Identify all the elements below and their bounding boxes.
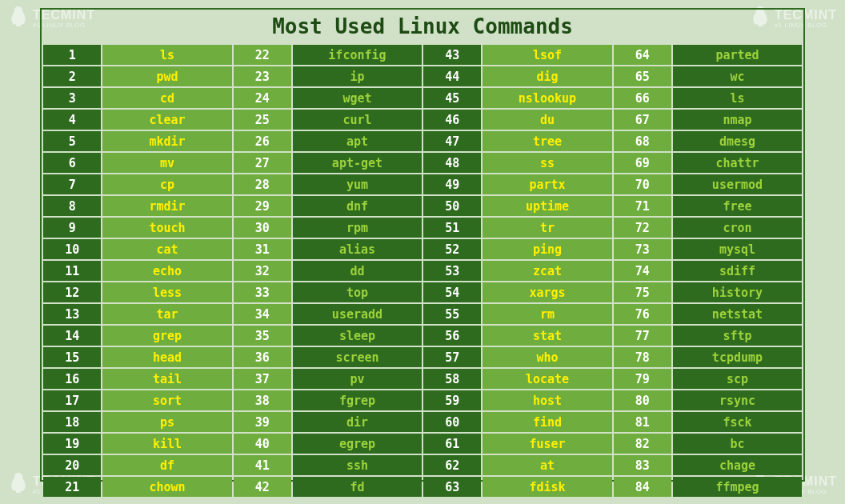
command-number: 5 (43, 131, 101, 151)
command-name: rmdir (102, 196, 231, 216)
command-number: 65 (614, 66, 671, 86)
command-name: useradd (293, 304, 422, 324)
command-number: 21 (43, 477, 101, 497)
command-name: cd (102, 88, 231, 108)
command-name: parted (673, 45, 802, 65)
command-name: top (293, 282, 422, 302)
command-name: mv (102, 153, 231, 173)
command-number: 57 (423, 347, 481, 367)
command-number: 43 (423, 45, 481, 65)
command-name: fd (293, 477, 422, 497)
command-name: chattr (673, 153, 802, 173)
command-name: dir (293, 412, 422, 432)
command-name: egrep (293, 434, 422, 454)
command-name: dmesg (673, 131, 802, 151)
command-name: df (102, 455, 231, 475)
command-number: 83 (614, 455, 671, 475)
command-number: 81 (614, 412, 671, 432)
command-name: cron (673, 218, 802, 238)
command-number: 53 (423, 261, 481, 281)
command-name: grep (102, 326, 231, 346)
command-number: 72 (614, 218, 671, 238)
command-name: alias (293, 239, 422, 259)
command-name: ffmpeg (673, 477, 802, 497)
command-name: ifconfig (293, 45, 422, 65)
command-name: uptime (483, 196, 611, 216)
command-number: 47 (423, 131, 481, 151)
command-name: at (483, 455, 611, 475)
command-number: 55 (423, 304, 481, 324)
command-name: cat (102, 239, 231, 259)
command-name: chage (673, 455, 802, 475)
command-name: ls (673, 88, 802, 108)
command-number: 3 (43, 88, 101, 108)
command-number: 73 (614, 239, 671, 259)
command-number: 37 (234, 369, 291, 389)
command-number: 35 (234, 326, 291, 346)
command-name: scp (673, 369, 802, 389)
command-number: 58 (423, 369, 481, 389)
command-name: dd (293, 261, 422, 281)
command-name: wc (673, 66, 802, 86)
command-name: mysql (673, 239, 802, 259)
command-name: chown (102, 477, 231, 497)
command-number: 20 (43, 455, 101, 475)
command-number: 63 (423, 477, 481, 497)
command-number: 41 (234, 455, 291, 475)
command-number: 11 (43, 261, 101, 281)
command-number: 74 (614, 261, 671, 281)
command-name: dig (483, 66, 611, 86)
command-number: 14 (43, 326, 101, 346)
command-number: 9 (43, 218, 101, 238)
command-number: 19 (43, 434, 101, 454)
command-name: fsck (673, 412, 802, 432)
command-number: 75 (614, 282, 671, 302)
command-number: 56 (423, 326, 481, 346)
commands-grid: 1ls22ifconfig43lsof64parted2pwd23ip44dig… (42, 45, 803, 498)
command-number: 22 (234, 45, 291, 65)
command-number: 71 (614, 196, 671, 216)
command-name: du (483, 110, 611, 130)
command-number: 76 (614, 304, 671, 324)
command-name: zcat (483, 261, 611, 281)
command-name: touch (102, 218, 231, 238)
command-number: 17 (43, 390, 101, 410)
command-number: 50 (423, 196, 481, 216)
command-number: 10 (43, 239, 101, 259)
command-name: apt-get (293, 153, 422, 173)
command-number: 51 (423, 218, 481, 238)
penguin-icon (8, 5, 29, 33)
command-number: 62 (423, 455, 481, 475)
command-name: rsync (673, 390, 802, 410)
command-number: 49 (423, 174, 481, 194)
command-number: 24 (234, 88, 291, 108)
command-number: 66 (614, 88, 671, 108)
command-name: history (673, 282, 802, 302)
command-number: 27 (234, 153, 291, 173)
command-number: 42 (234, 477, 291, 497)
command-name: who (483, 347, 611, 367)
command-number: 28 (234, 174, 291, 194)
command-number: 46 (423, 110, 481, 130)
command-number: 54 (423, 282, 481, 302)
command-name: dnf (293, 196, 422, 216)
command-name: screen (293, 347, 422, 367)
command-name: tar (102, 304, 231, 324)
command-name: lsof (483, 45, 611, 65)
command-name: nmap (673, 110, 802, 130)
command-name: fgrep (293, 390, 422, 410)
command-number: 70 (614, 174, 671, 194)
command-name: sort (102, 390, 231, 410)
command-name: locate (483, 369, 611, 389)
command-name: tr (483, 218, 611, 238)
command-number: 59 (423, 390, 481, 410)
command-number: 15 (43, 347, 101, 367)
command-name: nslookup (483, 88, 611, 108)
command-number: 78 (614, 347, 671, 367)
command-name: tcpdump (673, 347, 802, 367)
command-name: free (673, 196, 802, 216)
command-number: 31 (234, 239, 291, 259)
command-number: 80 (614, 390, 671, 410)
command-name: sleep (293, 326, 422, 346)
command-name: mkdir (102, 131, 231, 151)
